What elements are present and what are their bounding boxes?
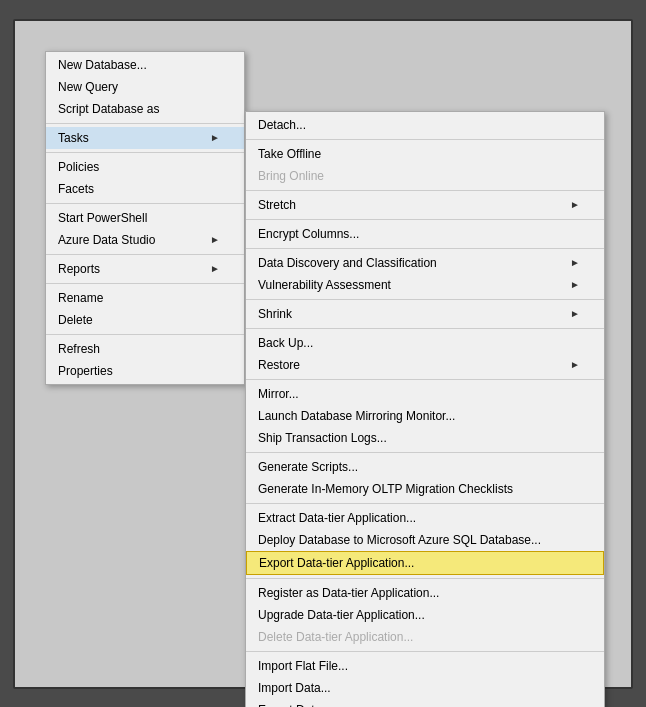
sub-sep-11 xyxy=(246,651,604,652)
sub-sep-9 xyxy=(246,503,604,504)
sub-sep-3 xyxy=(246,219,604,220)
submenu-item-generate-inmemory[interactable]: Generate In-Memory OLTP Migration Checkl… xyxy=(246,478,604,500)
submenu-item-encrypt-columns[interactable]: Encrypt Columns... xyxy=(246,223,604,245)
menu-item-new-database[interactable]: New Database... xyxy=(46,54,244,76)
submenu-item-export-data[interactable]: Export Data... xyxy=(246,699,604,708)
menu-item-start-powershell[interactable]: Start PowerShell xyxy=(46,207,244,229)
submenu-item-take-offline[interactable]: Take Offline xyxy=(246,143,604,165)
separator-5 xyxy=(46,283,244,284)
submenu-item-delete-data-tier: Delete Data-tier Application... xyxy=(246,626,604,648)
separator-1 xyxy=(46,123,244,124)
stretch-arrow: ► xyxy=(570,199,580,210)
sub-sep-8 xyxy=(246,452,604,453)
submenu-item-export-data-tier[interactable]: Export Data-tier Application... xyxy=(246,551,604,575)
submenu-item-ship-logs[interactable]: Ship Transaction Logs... xyxy=(246,427,604,449)
restore-arrow: ► xyxy=(570,359,580,370)
menu-item-refresh[interactable]: Refresh xyxy=(46,338,244,360)
submenu-item-vulnerability-assessment[interactable]: Vulnerability Assessment ► xyxy=(246,274,604,296)
menu-item-new-query[interactable]: New Query xyxy=(46,76,244,98)
sub-sep-1 xyxy=(246,139,604,140)
vulnerability-arrow: ► xyxy=(570,279,580,290)
submenu-item-back-up[interactable]: Back Up... xyxy=(246,332,604,354)
sub-sep-4 xyxy=(246,248,604,249)
submenu-item-shrink[interactable]: Shrink ► xyxy=(246,303,604,325)
sub-sep-6 xyxy=(246,328,604,329)
menu-item-delete[interactable]: Delete xyxy=(46,309,244,331)
sub-sep-10 xyxy=(246,578,604,579)
separator-3 xyxy=(46,203,244,204)
menu-item-script-database-as[interactable]: Script Database as xyxy=(46,98,244,120)
submenu-item-bring-online: Bring Online xyxy=(246,165,604,187)
shrink-arrow: ► xyxy=(570,308,580,319)
submenu-item-data-discovery[interactable]: Data Discovery and Classification ► xyxy=(246,252,604,274)
azure-submenu-arrow: ► xyxy=(210,234,220,245)
submenu-item-launch-mirroring[interactable]: Launch Database Mirroring Monitor... xyxy=(246,405,604,427)
reports-submenu-arrow: ► xyxy=(210,263,220,274)
submenu-item-import-data[interactable]: Import Data... xyxy=(246,677,604,699)
menu-item-facets[interactable]: Facets xyxy=(46,178,244,200)
sub-sep-7 xyxy=(246,379,604,380)
submenu-item-mirror[interactable]: Mirror... xyxy=(246,383,604,405)
menu-item-reports[interactable]: Reports ► xyxy=(46,258,244,280)
submenu-item-import-flat-file[interactable]: Import Flat File... xyxy=(246,655,604,677)
submenu-item-stretch[interactable]: Stretch ► xyxy=(246,194,604,216)
separator-4 xyxy=(46,254,244,255)
menu-item-azure-data-studio[interactable]: Azure Data Studio ► xyxy=(46,229,244,251)
sub-sep-2 xyxy=(246,190,604,191)
submenu-item-deploy-to-azure[interactable]: Deploy Database to Microsoft Azure SQL D… xyxy=(246,529,604,551)
submenu-item-detach[interactable]: Detach... xyxy=(246,114,604,136)
data-discovery-arrow: ► xyxy=(570,257,580,268)
menu-item-properties[interactable]: Properties xyxy=(46,360,244,382)
primary-context-menu[interactable]: New Database... New Query Script Databas… xyxy=(45,51,245,385)
separator-2 xyxy=(46,152,244,153)
menu-item-policies[interactable]: Policies xyxy=(46,156,244,178)
menu-item-tasks[interactable]: Tasks ► xyxy=(46,127,244,149)
sub-sep-5 xyxy=(246,299,604,300)
submenu-item-extract-data-tier[interactable]: Extract Data-tier Application... xyxy=(246,507,604,529)
tasks-submenu[interactable]: Detach... Take Offline Bring Online Stre… xyxy=(245,111,605,708)
tasks-submenu-arrow: ► xyxy=(210,132,220,143)
submenu-item-upgrade-data-tier[interactable]: Upgrade Data-tier Application... xyxy=(246,604,604,626)
submenu-item-generate-scripts[interactable]: Generate Scripts... xyxy=(246,456,604,478)
submenu-item-restore[interactable]: Restore ► xyxy=(246,354,604,376)
submenu-item-register-data-tier[interactable]: Register as Data-tier Application... xyxy=(246,582,604,604)
separator-6 xyxy=(46,334,244,335)
menu-item-rename[interactable]: Rename xyxy=(46,287,244,309)
